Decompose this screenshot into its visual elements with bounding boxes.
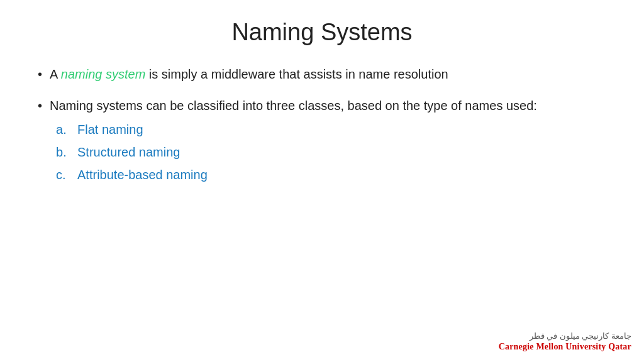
bullet-item-2: • Naming systems can be classified into …: [38, 96, 606, 188]
slide-title: Naming Systems: [38, 19, 606, 46]
sub-text-b: Structured naming: [77, 143, 180, 162]
bullet-text-1: A naming system is simply a middleware t…: [50, 65, 606, 84]
bullet-text-2: Naming systems can be classified into th…: [50, 96, 606, 188]
naming-system-highlight: naming system: [61, 67, 146, 81]
sub-list: a. Flat naming b. Structured naming c. A…: [56, 120, 606, 184]
bullet-item-1: • A naming system is simply a middleware…: [38, 65, 606, 84]
sub-text-a: Flat naming: [77, 120, 143, 139]
bullet1-prefix: A: [50, 67, 61, 81]
footer: جامعة كارنيجي ميلون في قطر Carnegie Mell…: [499, 331, 631, 352]
slide-content: • A naming system is simply a middleware…: [38, 65, 606, 188]
sub-text-c: Attribute-based naming: [77, 165, 208, 184]
sub-item-a: a. Flat naming: [56, 120, 606, 139]
slide: Naming Systems • A naming system is simp…: [0, 0, 644, 362]
sub-label-c: c.: [56, 165, 69, 184]
footer-arabic: جامعة كارنيجي ميلون في قطر: [530, 331, 631, 341]
bullet2-main-text: Naming systems can be classified into th…: [50, 99, 537, 112]
bullet-symbol-2: •: [38, 96, 42, 115]
bullet1-suffix: is simply a middleware that assists in n…: [145, 67, 448, 81]
footer-cmu: Carnegie Mellon University Qatar: [499, 342, 631, 352]
sub-item-c: c. Attribute-based naming: [56, 165, 606, 184]
sub-label-b: b.: [56, 143, 69, 162]
sub-item-b: b. Structured naming: [56, 143, 606, 162]
cmu-logo-text: Carnegie Mellon University Qatar: [499, 342, 631, 351]
bullet-symbol-1: •: [38, 65, 42, 84]
sub-label-a: a.: [56, 120, 69, 139]
